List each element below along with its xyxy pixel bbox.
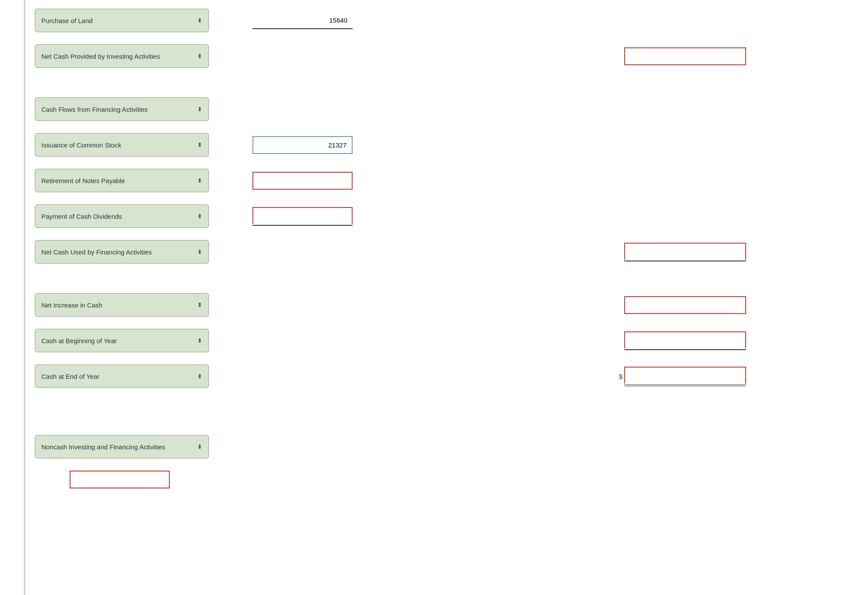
net-cash-investing-select[interactable]: Net Cash Provided by Investing Activitie… (35, 44, 209, 68)
retirement-notes-payable-label: Retirement of Notes Payable (41, 177, 125, 184)
row-payment-cash-dividends: Payment of Cash Dividends ⬍ (35, 204, 833, 228)
payment-cash-dividends-input-section (252, 207, 353, 226)
chevron-icon: ⬍ (197, 177, 202, 184)
purchase-of-land-label: Purchase of Land (41, 17, 93, 24)
purchase-of-land-input[interactable] (252, 12, 353, 29)
cash-end-input-section: $ (619, 367, 746, 386)
page-container: Purchase of Land ⬍ Net Cash Provided by … (0, 0, 868, 595)
chevron-icon: ⬍ (197, 141, 202, 148)
spacer-2 (35, 276, 833, 293)
cash-beginning-input[interactable] (624, 331, 746, 348)
spacer-1 (35, 80, 833, 97)
noncash-activities-select[interactable]: Noncash Investing and Financing Activiti… (35, 435, 209, 458)
chevron-icon: ⬍ (197, 248, 202, 255)
net-increase-cash-input[interactable] (624, 296, 746, 314)
cash-flows-financing-select[interactable]: Cash Flows from Financing Activities ⬍ (35, 97, 209, 121)
net-cash-investing-input-section (624, 47, 746, 65)
row-cash-beginning: Cash at Beginning of Year ⬍ (35, 329, 833, 352)
cash-beginning-select[interactable]: Cash at Beginning of Year ⬍ (35, 329, 209, 352)
payment-cash-dividends-input[interactable] (252, 207, 353, 224)
row-cash-end: Cash at End of Year ⬍ $ (35, 364, 833, 388)
row-noncash-activities: Noncash Investing and Financing Activiti… (35, 435, 833, 458)
row-issuance-common-stock: Issuance of Common Stock ⬍ (35, 133, 833, 157)
chevron-icon: ⬍ (197, 337, 202, 344)
net-increase-cash-input-section (624, 296, 746, 314)
retirement-notes-payable-select[interactable]: Retirement of Notes Payable ⬍ (35, 169, 209, 192)
row-net-cash-investing: Net Cash Provided by Investing Activitie… (35, 44, 833, 68)
issuance-common-stock-select[interactable]: Issuance of Common Stock ⬍ (35, 133, 209, 157)
payment-cash-dividends-select[interactable]: Payment of Cash Dividends ⬍ (35, 204, 209, 228)
spacer-4 (35, 418, 833, 435)
chevron-icon: ⬍ (197, 443, 202, 450)
net-cash-financing-input[interactable] (624, 243, 746, 260)
purchase-of-land-select[interactable]: Purchase of Land ⬍ (35, 9, 209, 32)
cash-beginning-label: Cash at Beginning of Year (41, 337, 117, 344)
net-increase-cash-select[interactable]: Net Increase in Cash ⬍ (35, 293, 209, 317)
issuance-common-stock-input-section (252, 136, 353, 154)
net-increase-cash-label: Net Increase in Cash (41, 301, 102, 309)
net-cash-investing-input[interactable] (624, 47, 746, 65)
row-net-cash-financing: Net Cash Used by Financing Activities ⬍ (35, 240, 833, 264)
cash-end-input[interactable] (624, 367, 746, 384)
net-cash-investing-label: Net Cash Provided by Investing Activitie… (41, 53, 160, 60)
chevron-icon: ⬍ (197, 106, 202, 113)
issuance-common-stock-label: Issuance of Common Stock (41, 141, 121, 149)
cash-flows-financing-label: Cash Flows from Financing Activities (41, 106, 148, 113)
noncash-activities-label: Noncash Investing and Financing Activiti… (41, 443, 165, 451)
net-cash-financing-select[interactable]: Net Cash Used by Financing Activities ⬍ (35, 240, 209, 264)
cash-beginning-input-section (624, 331, 746, 350)
row-net-increase-cash: Net Increase in Cash ⬍ (35, 293, 833, 317)
net-cash-financing-label: Net Cash Used by Financing Activities (41, 248, 151, 256)
purchase-of-land-input-section (252, 12, 353, 29)
retirement-notes-payable-input[interactable] (252, 172, 353, 190)
dollar-sign: $ (619, 373, 622, 380)
row-purchase-of-land: Purchase of Land ⬍ (35, 9, 833, 32)
retirement-notes-payable-input-section (252, 172, 353, 190)
payment-cash-dividends-label: Payment of Cash Dividends (41, 213, 122, 220)
net-cash-financing-input-section (624, 243, 746, 261)
chevron-icon: ⬍ (197, 17, 202, 24)
chevron-icon: ⬍ (197, 53, 202, 60)
row-retirement-notes-payable: Retirement of Notes Payable ⬍ (35, 169, 833, 192)
noncash-input[interactable] (70, 471, 170, 488)
row-cash-flows-financing: Cash Flows from Financing Activities ⬍ (35, 97, 833, 121)
chevron-icon: ⬍ (197, 301, 202, 308)
issuance-common-stock-input[interactable] (252, 136, 353, 154)
noncash-input-section (70, 471, 170, 488)
chevron-icon: ⬍ (197, 373, 202, 380)
left-border (24, 0, 25, 595)
cash-end-select[interactable]: Cash at End of Year ⬍ (35, 364, 209, 388)
spacer-3 (35, 400, 833, 418)
cash-end-label: Cash at End of Year (41, 373, 99, 380)
row-noncash-input (35, 471, 833, 488)
chevron-icon: ⬍ (197, 213, 202, 220)
